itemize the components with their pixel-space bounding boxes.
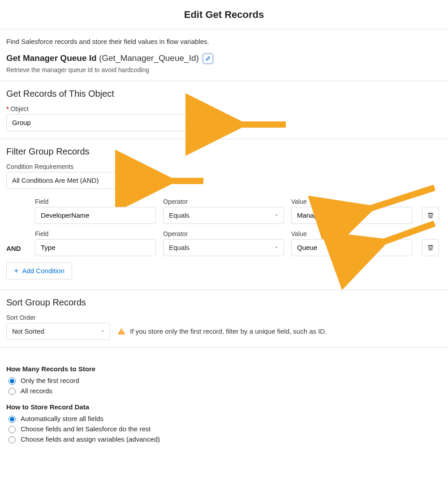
modal-title: Edit Get Records [0, 0, 448, 30]
intro-section: Find Salesforce records and store their … [0, 30, 448, 82]
element-name-row: Get Manager Queue Id (Get_Manager_Queue_… [6, 53, 442, 64]
sort-order-label: Sort Order [6, 314, 442, 321]
radio-choose-assign[interactable]: Choose fields and assign variables (adva… [6, 435, 442, 443]
element-help-text: Retrieve the manager queue Id to avoid h… [6, 66, 442, 73]
add-condition-button[interactable]: + Add Condition [6, 262, 72, 279]
chevron-down-icon [100, 327, 105, 335]
operator-value: Equals [169, 244, 190, 251]
radio-label: Choose fields and assign variables (adva… [21, 435, 160, 443]
radio-input[interactable] [9, 436, 16, 443]
radio-choose-fields[interactable]: Choose fields and let Salesforce do the … [6, 425, 442, 433]
store-data-heading: How to Store Record Data [6, 403, 442, 411]
radio-input[interactable] [9, 426, 16, 433]
sort-section: Sort Group Records Sort Order Not Sorted… [0, 290, 448, 348]
operator-label: Operator [163, 198, 284, 205]
filter-section-heading: Filter Group Records [6, 146, 442, 157]
radio-first-record[interactable]: Only the first record [6, 376, 442, 385]
operator-label: Operator [163, 230, 284, 237]
condition-field-input[interactable] [35, 239, 156, 256]
plus-icon: + [14, 267, 19, 275]
radio-label: All records [21, 387, 52, 395]
field-label: Field [35, 198, 156, 205]
operator-value: Equals [169, 211, 190, 219]
delete-condition-button[interactable] [422, 207, 439, 224]
field-label: Field [35, 230, 156, 237]
warning-icon [117, 327, 125, 335]
intro-description: Find Salesforce records and store their … [6, 38, 442, 45]
condition-req-select[interactable]: All Conditions Are Met (AND) [6, 172, 152, 189]
sort-section-heading: Sort Group Records [6, 297, 442, 308]
radio-label: Automatically store all fields [21, 415, 103, 422]
radio-label: Only the first record [21, 377, 79, 384]
sort-order-select[interactable]: Not Sorted [6, 323, 110, 340]
condition-row: AND Field Operator Equals Value [6, 230, 442, 256]
radio-input[interactable] [9, 416, 16, 423]
condition-req-label: Condition Requirements [6, 163, 442, 170]
radio-auto-store[interactable]: Automatically store all fields [6, 414, 442, 423]
record-count-heading: How Many Records to Store [6, 365, 442, 373]
element-api-name: (Get_Manager_Queue_Id) [99, 53, 199, 63]
add-condition-label: Add Condition [22, 267, 65, 275]
trash-icon [427, 212, 434, 219]
sort-warning: If you store only the first record, filt… [117, 327, 327, 335]
object-section-heading: Get Records of This Object [6, 89, 442, 99]
object-input[interactable] [6, 114, 217, 131]
radio-all-records[interactable]: All records [6, 387, 442, 395]
object-section: Get Records of This Object Object [0, 82, 448, 139]
condition-value-input[interactable] [291, 207, 412, 224]
condition-field-input[interactable] [35, 207, 156, 224]
chevron-down-icon [274, 211, 279, 219]
edit-name-button[interactable] [203, 54, 213, 64]
delete-condition-button[interactable] [422, 239, 439, 256]
radio-input[interactable] [9, 388, 16, 395]
and-label: AND [6, 245, 28, 256]
radio-label: Choose fields and let Salesforce do the … [21, 425, 151, 433]
object-field-label: Object [6, 105, 217, 112]
trash-icon [427, 244, 434, 251]
value-label: Value [291, 198, 412, 205]
condition-row: Field Operator Equals Value [6, 198, 442, 224]
element-label: Get Manager Queue Id [6, 53, 97, 63]
sort-order-value: Not Sorted [12, 327, 44, 335]
condition-operator-select[interactable]: Equals [163, 239, 284, 256]
condition-value-input[interactable] [291, 239, 412, 256]
condition-req-value: All Conditions Are Met (AND) [12, 176, 99, 184]
annotation-arrow [159, 172, 208, 190]
chevron-down-icon [142, 176, 147, 184]
filter-section: Filter Group Records Condition Requireme… [0, 139, 448, 290]
value-label: Value [291, 230, 412, 237]
condition-operator-select[interactable]: Equals [163, 207, 284, 224]
pencil-icon [205, 56, 211, 61]
radio-input[interactable] [9, 378, 16, 385]
store-section: How Many Records to Store Only the first… [0, 348, 448, 452]
sort-warning-text: If you store only the first record, filt… [130, 327, 327, 335]
chevron-down-icon [274, 244, 279, 251]
